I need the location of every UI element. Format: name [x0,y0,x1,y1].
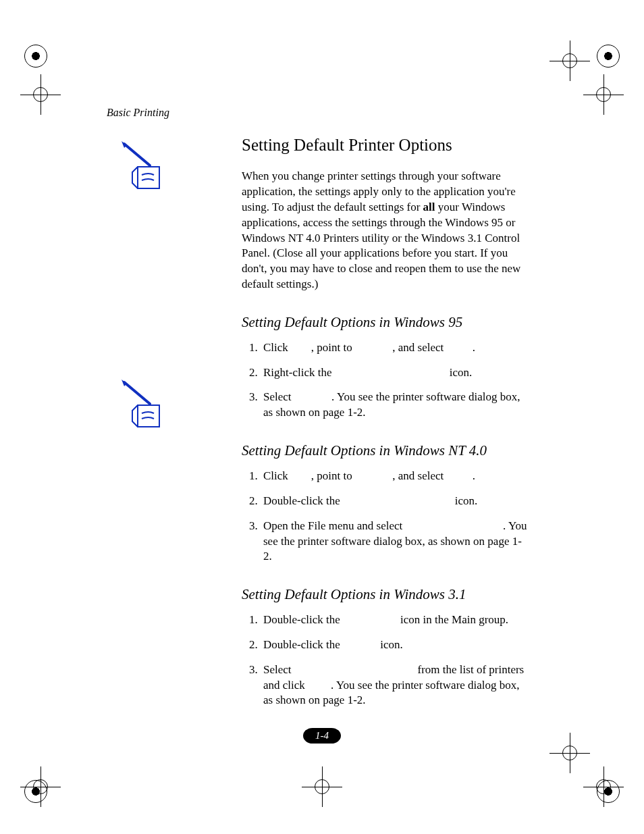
steps-wnt: Click , point to , and select . Double-c… [242,469,529,565]
list-item: Select . You see the printer software di… [261,390,529,421]
intro-paragraph: When you change printer settings through… [242,169,529,293]
main-content: Setting Default Printer Options When you… [242,134,529,719]
section-heading-w31: Setting Default Options in Windows 3.1 [242,585,529,604]
intro-bold: all [423,201,435,213]
note-pencil-icon [117,138,166,191]
section-heading-wnt: Setting Default Options in Windows NT 4.… [242,441,529,460]
page-title: Setting Default Printer Options [242,134,529,157]
crop-mark-icon [549,41,590,81]
list-item: Double-click the icon. [261,494,529,509]
running-header: Basic Printing [107,107,169,119]
list-item: Select from the list of printers and cli… [261,662,529,709]
registration-sun-icon [27,783,45,800]
note-pencil-icon [117,377,166,429]
list-item: Open the File menu and select . You see … [261,519,529,565]
section-heading-w95: Setting Default Options in Windows 95 [242,313,529,332]
registration-sun-icon [599,783,617,800]
list-item: Click , point to , and select . [261,469,529,484]
steps-w31: Double-click the icon in the Main group.… [242,613,529,709]
list-item: Double-click the icon in the Main group. [261,613,529,628]
intro-text-b: your Windows applications, access the se… [242,201,520,291]
crop-mark-icon [549,733,590,773]
registration-sun-icon [599,47,617,65]
crop-mark-icon [20,74,61,115]
list-item: Right-click the icon. [261,365,529,381]
list-item: Double-click the icon. [261,637,529,653]
page-number: 1-4 [303,728,341,744]
list-item: Click , point to , and select . [261,340,529,356]
registration-sun-icon [27,47,45,65]
crop-mark-icon [302,766,342,807]
steps-w95: Click , point to , and select . Right-cl… [242,340,529,421]
